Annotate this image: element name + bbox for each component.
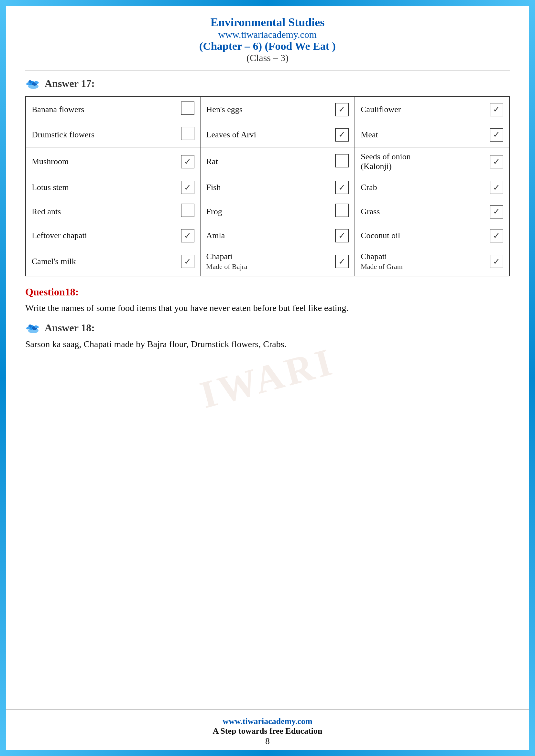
col1-label: Drumstick flowers	[26, 122, 175, 148]
header-chapter: (Chapter – 6) (Food We Eat )	[25, 40, 510, 52]
table-row: Lotus stemFishCrab	[26, 176, 509, 199]
col2-label: Frog	[200, 199, 329, 224]
col1-label: Red ants	[26, 199, 175, 224]
table-row: MushroomRatSeeds of onion(Kalonji)	[26, 148, 509, 176]
col3-checkbox[interactable]	[484, 176, 509, 199]
tiwari-logo-icon	[25, 77, 42, 90]
col1-label: Mushroom	[26, 148, 175, 176]
question18-text: Write the names of some food items that …	[25, 301, 510, 315]
col1-checkbox[interactable]	[175, 199, 201, 224]
col3-checkbox[interactable]	[484, 97, 509, 122]
col2-checkbox[interactable]	[329, 122, 355, 148]
col2-checkbox[interactable]	[329, 224, 355, 247]
table-row: Banana flowersHen's eggsCauliflower	[26, 97, 509, 122]
bottom-border	[0, 750, 535, 756]
col3-label: Coconut oil	[355, 224, 484, 247]
answer17-title: Answer 17:	[44, 78, 95, 90]
header-class: (Class – 3)	[25, 52, 510, 63]
col2-label: Amla	[200, 224, 329, 247]
col1-label: Banana flowers	[26, 97, 175, 122]
question18-heading: Question18:	[25, 286, 510, 298]
answer18-text: Sarson ka saag, Chapati made by Bajra fl…	[25, 338, 510, 351]
col1-checkbox[interactable]	[175, 224, 201, 247]
col3-label: Meat	[355, 122, 484, 148]
right-border	[529, 0, 535, 756]
header-title: Environmental Studies	[25, 15, 510, 29]
footer-tagline: A Step towards free Education	[6, 726, 529, 736]
header-divider	[25, 70, 510, 70]
col1-label: Camel's milk	[26, 247, 175, 276]
col3-label: Seeds of onion(Kalonji)	[355, 148, 484, 176]
col2-label: ChapatiMade of Bajra	[200, 247, 329, 276]
col1-label: Lotus stem	[26, 176, 175, 199]
col1-checkbox[interactable]	[175, 97, 201, 122]
col2-label: Hen's eggs	[200, 97, 329, 122]
col3-checkbox[interactable]	[484, 199, 509, 224]
page-footer: www.tiwariacademy.com A Step towards fre…	[6, 703, 529, 746]
answer18-title: Answer 18:	[44, 322, 95, 334]
col1-label: Leftover chapati	[26, 224, 175, 247]
table-row: Camel's milkChapatiMade of BajraChapatiM…	[26, 247, 509, 276]
col2-checkbox[interactable]	[329, 247, 355, 276]
col3-label: Crab	[355, 176, 484, 199]
footer-page: 8	[6, 736, 529, 746]
col3-label: ChapatiMade of Gram	[355, 247, 484, 276]
footer-website: www.tiwariacademy.com	[6, 716, 529, 726]
tiwari-logo2-icon	[25, 321, 42, 334]
col1-checkbox[interactable]	[175, 176, 201, 199]
table-row: Drumstick flowersLeaves of ArviMeat	[26, 122, 509, 148]
col3-checkbox[interactable]	[484, 148, 509, 176]
col2-checkbox[interactable]	[329, 97, 355, 122]
header-website: www.tiwariacademy.com	[25, 29, 510, 40]
answer18-heading: Answer 18:	[25, 321, 510, 334]
col2-label: Fish	[200, 176, 329, 199]
table-row: Red antsFrogGrass	[26, 199, 509, 224]
col2-label: Rat	[200, 148, 329, 176]
col3-label: Cauliflower	[355, 97, 484, 122]
answer17-heading: Answer 17:	[25, 77, 510, 90]
col3-checkbox[interactable]	[484, 122, 509, 148]
page-header: Environmental Studies www.tiwariacademy.…	[25, 15, 510, 63]
col1-checkbox[interactable]	[175, 122, 201, 148]
food-table: Banana flowersHen's eggsCauliflowerDrums…	[25, 96, 510, 276]
col3-label: Grass	[355, 199, 484, 224]
table-row: Leftover chapatiAmlaCoconut oil	[26, 224, 509, 247]
col1-checkbox[interactable]	[175, 148, 201, 176]
col3-checkbox[interactable]	[484, 224, 509, 247]
col3-checkbox[interactable]	[484, 247, 509, 276]
footer-divider	[6, 710, 529, 710]
left-border	[0, 0, 6, 756]
col1-checkbox[interactable]	[175, 247, 201, 276]
col2-checkbox[interactable]	[329, 176, 355, 199]
col2-label: Leaves of Arvi	[200, 122, 329, 148]
top-border	[0, 0, 535, 6]
col2-checkbox[interactable]	[329, 199, 355, 224]
col2-checkbox[interactable]	[329, 148, 355, 176]
